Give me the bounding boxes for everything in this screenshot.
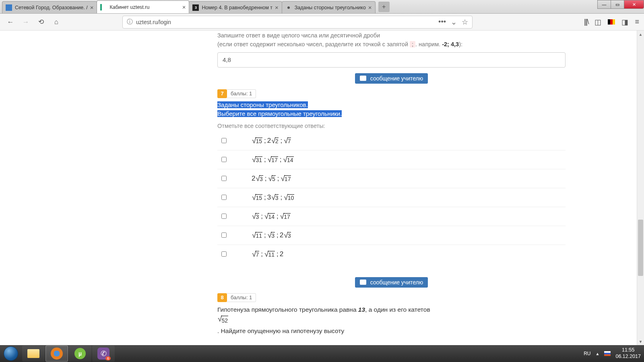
taskbar-firefox[interactable] xyxy=(45,346,68,362)
menu-icon[interactable]: ≡ xyxy=(635,18,639,26)
browser-tab[interactable]: Кабинет uztest.ru × xyxy=(97,0,189,13)
back-button[interactable]: ← xyxy=(5,16,16,28)
favicon-icon xyxy=(100,4,107,10)
tray-expand-icon[interactable]: ▲ xyxy=(596,352,600,356)
reload-button[interactable]: ⟲ xyxy=(35,16,47,28)
answer-option[interactable]: 2√3;√5;√17 xyxy=(217,169,566,188)
home-button[interactable]: ⌂ xyxy=(51,16,62,28)
chat-icon xyxy=(360,76,366,81)
window-titlebar: Сетевой Город. Образование. / × Кабинет … xyxy=(0,0,644,14)
viber-icon: ✆6 xyxy=(97,348,109,360)
start-button[interactable] xyxy=(0,345,22,362)
flag-icon[interactable] xyxy=(604,351,611,356)
browser-tab[interactable]: Сетевой Город. Образование. / × xyxy=(2,1,97,13)
clock[interactable]: 11:55 06.12.2017 xyxy=(615,347,641,360)
windows-icon xyxy=(4,346,18,361)
option-math: √11;√3;2√3 xyxy=(252,231,291,239)
answer-input[interactable] xyxy=(217,52,566,68)
answer-option[interactable]: √31;√17;√14 xyxy=(217,150,566,169)
question-points: баллы: 1 xyxy=(227,293,256,302)
tab-strip: Сетевой Город. Образование. / × Кабинет … xyxy=(0,0,598,13)
browser-tab[interactable]: з Номер 4. В равнобедренном т × xyxy=(189,1,282,13)
option-math: √15;3√3;√10 xyxy=(252,193,295,202)
scrollbar-thumb[interactable] xyxy=(638,220,643,276)
close-icon[interactable]: × xyxy=(275,4,279,11)
system-tray: RU ▲ 11:55 06.12.2017 xyxy=(584,347,644,360)
answer-option[interactable]: √7;√11; 2 xyxy=(217,245,566,263)
firefox-icon xyxy=(51,348,63,360)
forward-button[interactable]: → xyxy=(20,16,31,28)
close-icon[interactable]: × xyxy=(90,4,94,11)
tab-label: Номер 4. В равнобедренном т xyxy=(202,5,272,10)
language-indicator[interactable]: RU xyxy=(584,351,590,356)
minimize-button[interactable]: — xyxy=(597,0,611,9)
question-text: Гипотенуза прямоугольного треугольника р… xyxy=(217,304,566,336)
answer-option[interactable]: √3;√14;√17 xyxy=(217,207,566,226)
option-checkbox[interactable] xyxy=(221,138,227,143)
close-icon[interactable]: × xyxy=(182,4,186,10)
option-math: √3;√14;√17 xyxy=(252,212,291,220)
option-checkbox[interactable] xyxy=(221,251,227,257)
info-icon[interactable]: ⓘ xyxy=(127,18,133,26)
taskbar: µ ✆6 RU ▲ 11:55 06.12.2017 xyxy=(0,345,644,362)
taskbar-explorer[interactable] xyxy=(22,346,45,362)
browser-tab[interactable]: Заданы стороны треугольнико × xyxy=(282,1,376,13)
tab-label: Сетевой Город. Образование. / xyxy=(15,5,88,10)
answer-option[interactable]: √11;√3;2√3 xyxy=(217,226,566,245)
utorrent-icon: µ xyxy=(74,348,86,359)
more-icon[interactable]: ••• xyxy=(438,18,446,26)
favicon-icon xyxy=(6,4,12,11)
address-bar[interactable]: ⓘ uztest.ru/login ••• ⌄ ☆ xyxy=(122,16,473,29)
url-text: uztest.ru/login xyxy=(136,19,171,25)
tab-label: Кабинет uztest.ru xyxy=(109,4,180,10)
favicon-icon xyxy=(285,4,292,11)
option-checkbox[interactable] xyxy=(221,195,227,200)
bookmark-star-icon[interactable]: ☆ xyxy=(462,18,468,27)
answer-hint: Запишите ответ в виде целого числа или д… xyxy=(217,31,566,49)
chat-icon xyxy=(360,280,366,285)
folder-icon xyxy=(27,349,39,358)
flag-icon[interactable] xyxy=(608,19,615,25)
option-checkbox[interactable] xyxy=(221,232,227,238)
screenshot-icon[interactable]: ◫ xyxy=(594,18,601,27)
new-tab-button[interactable]: + xyxy=(378,2,390,12)
message-teacher-button[interactable]: сообщение учителю xyxy=(355,73,428,84)
browser-toolbar: ← → ⟲ ⌂ ⓘ uztest.ru/login ••• ⌄ ☆ |||\ ◫… xyxy=(0,14,644,31)
taskbar-utorrent[interactable]: µ xyxy=(69,346,91,362)
taskbar-viber[interactable]: ✆6 xyxy=(92,346,115,362)
close-window-button[interactable]: ✕ xyxy=(624,0,644,9)
question-header: 8 баллы: 1 xyxy=(217,293,566,302)
favicon-icon: з xyxy=(192,4,199,11)
answer-option[interactable]: √15;3√3;√10 xyxy=(217,188,566,207)
window-controls: — ▭ ✕ xyxy=(598,0,644,13)
question-number: 7 xyxy=(217,89,227,98)
library-icon[interactable]: |||\ xyxy=(584,18,588,26)
option-checkbox[interactable] xyxy=(221,176,227,181)
vertical-scrollbar[interactable]: ▲ ▼ xyxy=(637,31,644,345)
option-math: 2√3;√5;√17 xyxy=(252,175,291,183)
option-checkbox[interactable] xyxy=(221,214,227,219)
maximize-button[interactable]: ▭ xyxy=(611,0,624,9)
sidebar-icon[interactable]: ◨ xyxy=(621,18,628,27)
message-teacher-button[interactable]: сообщение учителю xyxy=(355,277,428,288)
scroll-down-icon[interactable]: ▼ xyxy=(637,338,644,345)
option-math: √15;2√2;√7 xyxy=(252,137,291,145)
question-number: 8 xyxy=(217,293,227,302)
close-icon[interactable]: × xyxy=(368,4,372,11)
question-text: Заданы стороны треугольников. Выберите в… xyxy=(217,101,566,119)
pocket-icon[interactable]: ⌄ xyxy=(451,18,457,27)
answer-option[interactable]: √15;2√2;√7 xyxy=(217,132,566,150)
option-math: √7;√11; 2 xyxy=(252,250,283,258)
question-instruction: Отметьте все соответствующие ответы: xyxy=(217,123,566,129)
option-math: √31;√17;√14 xyxy=(252,156,294,164)
scroll-up-icon[interactable]: ▲ xyxy=(637,31,644,38)
page-content: Запишите ответ в виде целого числа или д… xyxy=(0,31,637,345)
question-points: баллы: 1 xyxy=(227,89,256,98)
question-header: 7 баллы: 1 xyxy=(217,89,566,98)
option-checkbox[interactable] xyxy=(221,157,227,162)
tab-label: Заданы стороны треугольнико xyxy=(295,5,366,10)
